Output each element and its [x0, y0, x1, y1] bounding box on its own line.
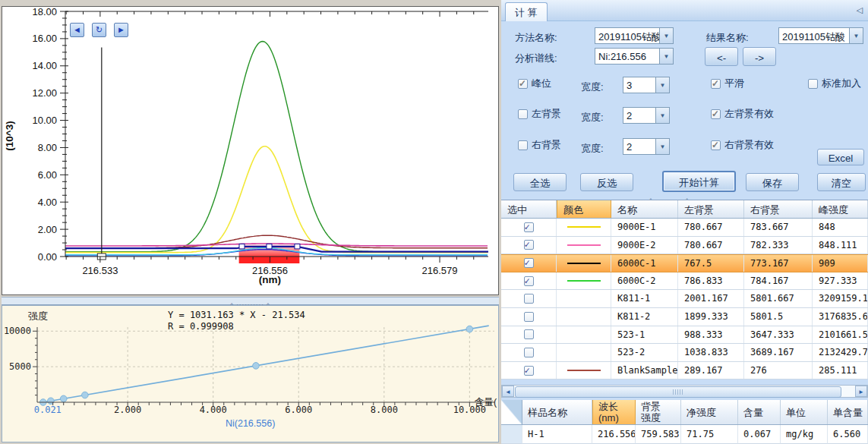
result-row-9000E-2[interactable]: 9000E-2780.667782.333848.111: [501, 237, 868, 255]
row-checkbox[interactable]: [524, 276, 534, 286]
row-checkbox[interactable]: [524, 348, 534, 357]
row-checkbox[interactable]: [524, 258, 534, 268]
left-background-checkbox-row: 左背景: [518, 108, 561, 120]
cell-right-bg: 3647.333: [744, 326, 813, 344]
horizontal-splitter[interactable]: ^ ·········· ^: [2, 297, 499, 305]
calibration-plot[interactable]: 2.0004.0006.0008.00010.0000.021500010000…: [2, 306, 498, 442]
cell-peak-intensity: 285.111: [813, 362, 868, 379]
tab-calculate[interactable]: 计 算: [505, 2, 548, 21]
result-row-6000C-1[interactable]: 6000C-1767.5773.167909: [501, 254, 868, 272]
scrollbar-right-arrow[interactable]: ►: [855, 386, 867, 397]
dropdown-arrow-icon[interactable]: ▼: [659, 49, 673, 64]
row-checkbox[interactable]: [524, 366, 534, 376]
dropdown-arrow-icon[interactable]: ▼: [659, 28, 673, 43]
result-row-BlankSample1[interactable]: BlankSample1289.167276285.111: [501, 362, 868, 380]
cell-right-bg: 5801.5: [744, 308, 813, 326]
cell-net-intensity: 71.75: [681, 425, 738, 444]
standard-addition-checkbox[interactable]: [808, 79, 818, 89]
scrollbar-thumb[interactable]: [515, 386, 841, 398]
results-table-header: 选中 颜色 名称 左背景 右背景 峰强度: [501, 200, 868, 219]
column-header-name[interactable]: 名称: [611, 200, 678, 218]
table-corner-cell[interactable]: [501, 400, 522, 424]
excel-button[interactable]: Excel: [817, 149, 864, 165]
dropdown-arrow-icon[interactable]: ▼: [849, 28, 863, 43]
sample-row[interactable]: H-1 216.556 759.583 71.75 0.067 mg/kg 6.…: [501, 425, 868, 444]
result-row-K811-1[interactable]: K811-12001.1675801.6673209159.111: [501, 290, 868, 308]
clear-button[interactable]: 清空: [817, 173, 866, 191]
row-checkbox[interactable]: [524, 312, 534, 322]
svg-text:R = 0.999908: R = 0.999908: [168, 321, 234, 332]
cell-peak-intensity: 2101661.555: [813, 326, 868, 344]
cell-right-bg: 782.333: [744, 237, 813, 254]
left-bg-width-dropdown[interactable]: 2 ▼: [623, 107, 670, 124]
column-header-color[interactable]: 颜色: [557, 200, 611, 218]
dropdown-arrow-icon[interactable]: ▼: [655, 139, 669, 154]
column-header-content[interactable]: 含量: [738, 400, 781, 424]
previous-line-button[interactable]: <-: [705, 47, 738, 66]
right-bg-width-dropdown[interactable]: 2 ▼: [623, 138, 670, 155]
result-row-6000C-2[interactable]: 6000C-2786.833784.167927.333: [501, 272, 868, 291]
column-header-peak-intensity[interactable]: 峰强度: [813, 200, 868, 218]
result-row-K811-2[interactable]: K811-21899.3335801.53176835.667: [501, 308, 868, 326]
peak-position-checkbox[interactable]: [518, 79, 528, 89]
left-background-checkbox[interactable]: [518, 109, 528, 119]
cell-name: BlankSample1: [611, 362, 678, 379]
sample-table: 样品名称 波长 (nm) 背景 强度 净强度 含量 单位 单含量 H-1 216…: [501, 400, 868, 444]
result-row-523-2[interactable]: 523-21038.8333689.1672132429.778: [501, 344, 868, 362]
save-button[interactable]: 保存: [746, 173, 799, 191]
row-checkbox[interactable]: [524, 222, 534, 232]
column-header-sample-name[interactable]: 样品名称: [522, 400, 592, 424]
cell-name: 6000C-2: [611, 272, 678, 290]
right-bg-valid-checkbox[interactable]: [711, 140, 721, 150]
column-header-bg-intensity[interactable]: 背景 强度: [636, 400, 681, 424]
standard-addition-checkbox-row: 标准加入: [808, 77, 861, 90]
row-checkbox[interactable]: [524, 240, 534, 250]
cell-name: K811-2: [611, 308, 678, 326]
refresh-button[interactable]: ↻: [92, 23, 106, 37]
analysis-line-dropdown[interactable]: Ni:216.556 ▼: [595, 48, 674, 65]
result-row-523-1[interactable]: 523-1988.3333647.3332101661.555: [501, 326, 868, 345]
spectral-chart-panel[interactable]: 216.533216.556216.5790.002.004.006.008.0…: [2, 6, 499, 295]
smooth-checkbox[interactable]: [711, 79, 721, 89]
left-bg-valid-checkbox[interactable]: [711, 109, 721, 119]
column-header-right-bg[interactable]: 右背景: [744, 200, 813, 218]
start-calculation-button[interactable]: 开始计算: [662, 171, 736, 192]
select-all-button[interactable]: 全选: [513, 173, 567, 191]
column-header-wavelength[interactable]: 波长 (nm): [592, 400, 636, 424]
cell-peak-intensity: 909: [813, 255, 868, 272]
cell-left-bg: 2001.167: [678, 290, 744, 307]
cell-right-bg: 783.667: [744, 219, 813, 236]
invert-selection-button[interactable]: 反选: [580, 173, 633, 191]
calibration-chart-panel[interactable]: 2.0004.0006.0008.00010.0000.021500010000…: [2, 305, 499, 442]
row-checkbox[interactable]: [524, 329, 534, 339]
next-line-button[interactable]: ->: [743, 47, 776, 66]
svg-text:18.00: 18.00: [32, 7, 57, 17]
result-row-9000E-1[interactable]: 9000E-1780.667783.667848: [501, 219, 868, 237]
method-name-dropdown[interactable]: 20191105钴酸 ▼: [595, 27, 674, 44]
right-bg-valid-checkbox-row: 右背景有效: [711, 139, 774, 151]
collapse-panel-icon[interactable]: ◁: [857, 5, 863, 15]
result-name-dropdown[interactable]: 20191105钴酸 ▼: [778, 27, 863, 44]
dropdown-arrow-icon[interactable]: ▼: [655, 108, 669, 123]
column-header-unit[interactable]: 单位: [781, 400, 828, 424]
horizontal-scrollbar[interactable]: ◄ ►: [501, 385, 868, 398]
method-name-label: 方法名称:: [515, 31, 557, 45]
svg-text:10000: 10000: [4, 326, 31, 336]
svg-text:2.00: 2.00: [38, 224, 57, 235]
column-header-left-bg[interactable]: 左背景: [678, 200, 744, 218]
sample-table-header: 样品名称 波长 (nm) 背景 强度 净强度 含量 单位 单含量: [501, 400, 868, 425]
column-header-unit-content[interactable]: 单含量: [828, 400, 868, 424]
scroll-left-button[interactable]: ◄: [70, 23, 84, 37]
svg-text:6.00: 6.00: [38, 169, 57, 181]
dropdown-arrow-icon[interactable]: ▼: [655, 77, 669, 93]
scroll-right-button[interactable]: ►: [114, 23, 128, 37]
svg-text:216.533: 216.533: [82, 265, 118, 276]
right-background-checkbox[interactable]: [518, 140, 528, 150]
row-selector-cell[interactable]: [501, 425, 522, 444]
column-header-selected[interactable]: 选中: [501, 200, 557, 218]
row-checkbox[interactable]: [524, 294, 534, 304]
peak-width-dropdown[interactable]: 3 ▼: [623, 77, 670, 93]
column-header-net-intensity[interactable]: 净强度: [681, 400, 738, 424]
scrollbar-left-arrow[interactable]: ◄: [502, 386, 514, 397]
spectral-plot[interactable]: 216.533216.556216.5790.002.004.006.008.0…: [2, 7, 498, 294]
